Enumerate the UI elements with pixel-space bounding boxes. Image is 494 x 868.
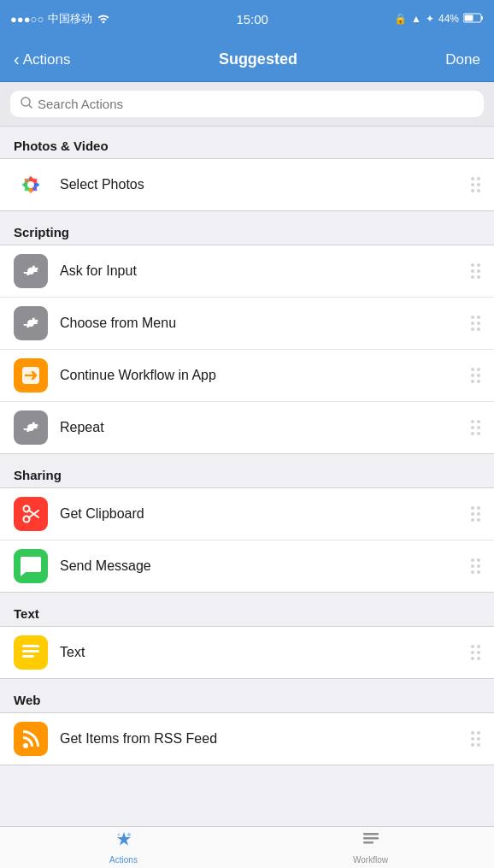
continue-workflow-label: Continue Workflow in App xyxy=(60,368,464,383)
search-container xyxy=(0,82,494,127)
svg-point-16 xyxy=(27,181,34,188)
repeat-label: Repeat xyxy=(60,420,464,435)
bluetooth-icon: ✦ xyxy=(426,13,434,25)
battery-label: 44% xyxy=(438,13,459,25)
choose-from-menu-label: Choose from Menu xyxy=(60,316,464,331)
svg-rect-22 xyxy=(22,645,39,647)
yellow-text-icon xyxy=(14,635,48,670)
actions-tab-icon xyxy=(115,830,133,853)
search-input[interactable] xyxy=(38,97,473,111)
section-header-text: Text xyxy=(0,594,494,626)
section-header-web: Web xyxy=(0,681,494,712)
svg-rect-1 xyxy=(481,16,483,20)
get-clipboard-label: Get Clipboard xyxy=(60,506,464,522)
rss-icon xyxy=(14,722,48,756)
list-item-select-photos[interactable]: Select Photos xyxy=(0,159,494,210)
search-bar xyxy=(10,91,484,117)
svg-rect-24 xyxy=(22,655,34,658)
tab-actions[interactable]: Actions xyxy=(0,827,247,868)
drag-handle xyxy=(471,177,480,192)
drag-handle xyxy=(471,731,480,747)
ask-for-input-label: Ask for Input xyxy=(60,263,464,279)
drag-handle xyxy=(471,420,480,435)
drag-handle xyxy=(471,645,480,660)
list-item-continue-workflow[interactable]: Continue Workflow in App xyxy=(0,350,494,402)
photos-icon xyxy=(14,168,48,202)
list-item-text[interactable]: Text xyxy=(0,627,494,678)
status-left: ●●●○○ 中国移动 xyxy=(10,11,110,27)
svg-point-25 xyxy=(23,743,28,748)
green-message-icon xyxy=(14,549,48,583)
gear-icon-choose xyxy=(14,306,48,340)
carrier-name: 中国移动 xyxy=(48,11,92,27)
select-photos-label: Select Photos xyxy=(60,177,464,192)
svg-rect-29 xyxy=(363,837,379,840)
location-icon: ▲ xyxy=(411,13,421,25)
list-group-text: Text xyxy=(0,626,494,679)
orange-arrow-icon xyxy=(14,358,48,393)
status-bar: ●●●○○ 中国移动 15:00 🔒 ▲ ✦ 44% xyxy=(0,0,494,38)
workflow-tab-icon xyxy=(362,830,380,853)
list-item-choose-from-menu[interactable]: Choose from Menu xyxy=(0,298,494,350)
red-scissors-icon xyxy=(14,497,48,531)
list-item-ask-for-input[interactable]: Ask for Input xyxy=(0,245,494,298)
list-item-get-clipboard[interactable]: Get Clipboard xyxy=(0,488,494,540)
list-item-send-message[interactable]: Send Message xyxy=(0,540,494,592)
back-button[interactable]: ‹ Actions xyxy=(14,50,70,69)
list-item-rss[interactable]: Get Items from RSS Feed xyxy=(0,713,494,765)
list-group-sharing: Get Clipboard Send Message xyxy=(0,487,494,593)
section-header-scripting: Scripting xyxy=(0,213,494,245)
wifi-icon xyxy=(97,13,110,26)
section-header-sharing: Sharing xyxy=(0,456,494,487)
list-group-photos: Select Photos xyxy=(0,158,494,211)
nav-title: Suggested xyxy=(219,50,297,68)
done-button[interactable]: Done xyxy=(445,51,480,68)
list-item-repeat[interactable]: Repeat xyxy=(0,402,494,453)
search-icon xyxy=(21,97,32,111)
svg-rect-28 xyxy=(363,833,379,836)
svg-rect-30 xyxy=(363,841,373,844)
svg-line-4 xyxy=(29,105,32,108)
gear-icon-ask xyxy=(14,254,48,288)
nav-bar: ‹ Actions Suggested Done xyxy=(0,38,494,82)
content-scroll[interactable]: Photos & Video xyxy=(0,127,494,824)
svg-rect-23 xyxy=(22,650,39,652)
section-header-photos: Photos & Video xyxy=(0,127,494,158)
gear-icon-repeat xyxy=(14,410,48,445)
rss-label: Get Items from RSS Feed xyxy=(60,731,464,747)
lock-icon: 🔒 xyxy=(394,13,407,25)
list-group-web: Get Items from RSS Feed xyxy=(0,712,494,765)
drag-handle xyxy=(471,506,480,522)
list-group-scripting: Ask for Input Choose from Menu xyxy=(0,245,494,454)
status-right: 🔒 ▲ ✦ 44% xyxy=(394,13,484,26)
actions-tab-label: Actions xyxy=(109,855,138,865)
workflow-tab-label: Workflow xyxy=(353,855,388,865)
drag-handle xyxy=(471,316,480,331)
svg-rect-2 xyxy=(464,15,473,21)
svg-point-26 xyxy=(127,833,131,836)
send-message-label: Send Message xyxy=(60,558,464,574)
status-time: 15:00 xyxy=(236,12,268,27)
battery-icon xyxy=(463,13,484,26)
tab-bar: Actions Workflow xyxy=(0,826,494,868)
chevron-left-icon: ‹ xyxy=(14,50,20,69)
drag-handle xyxy=(471,558,480,574)
svg-point-27 xyxy=(117,834,120,836)
carrier-dots: ●●●○○ xyxy=(10,13,44,26)
drag-handle xyxy=(471,263,480,279)
text-label: Text xyxy=(60,645,464,660)
tab-workflow[interactable]: Workflow xyxy=(247,827,494,868)
drag-handle xyxy=(471,368,480,383)
back-label: Actions xyxy=(23,51,71,68)
